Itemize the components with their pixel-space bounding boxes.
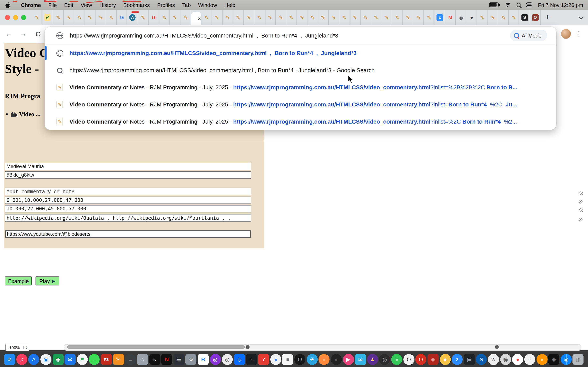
zoom-window-button[interactable] xyxy=(21,15,26,20)
back-button[interactable]: ← xyxy=(2,28,15,40)
spotlight-icon[interactable] xyxy=(517,3,521,7)
dock-app-icon[interactable]: 7 xyxy=(258,354,269,365)
wifi-icon[interactable] xyxy=(504,2,511,7)
browser-tab[interactable]: ◉ xyxy=(456,10,467,25)
menu-item-tab[interactable]: Tab xyxy=(179,2,195,8)
dock-app-icon[interactable]: ● xyxy=(319,354,330,365)
dock-app-icon[interactable]: ✉ xyxy=(355,354,366,365)
browser-tab[interactable]: z xyxy=(435,10,445,25)
dock-app-icon[interactable]: ✈ xyxy=(306,354,318,365)
dock-app-icon[interactable]: … xyxy=(89,354,100,365)
profile-avatar[interactable] xyxy=(561,29,571,39)
video-title-input[interactable] xyxy=(5,163,251,170)
browser-tab[interactable]: × xyxy=(191,12,201,25)
scrollbar-thumb[interactable] xyxy=(67,345,245,349)
play-button[interactable]: Play ▶ xyxy=(35,276,59,285)
start-times-input[interactable] xyxy=(5,197,251,204)
example-button[interactable]: Example xyxy=(5,276,32,285)
channel-url-input[interactable] xyxy=(5,230,251,238)
browser-tab[interactable]: ✎ xyxy=(181,10,191,25)
reload-button[interactable] xyxy=(32,28,44,40)
dock-app-icon[interactable]: ◎ xyxy=(210,354,221,365)
dock-app-icon[interactable]: ◉ xyxy=(561,354,572,365)
suggestion-row-url[interactable]: https://www.rjmprogramming.com.au/HTMLCS… xyxy=(45,44,556,62)
suggestion-row-history-1[interactable]: Video Commentary or Notes - RJM Programm… xyxy=(45,79,556,96)
resize-grip-icon[interactable] xyxy=(579,200,583,203)
browser-tab[interactable]: ✎ xyxy=(159,10,170,25)
browser-tab[interactable]: ✎ xyxy=(414,10,424,25)
suggestion-row-history-2[interactable]: Video Commentary or Notes - RJM Programm… xyxy=(45,96,556,113)
browser-tab[interactable]: ✎ xyxy=(339,10,350,25)
browser-tab[interactable]: G xyxy=(149,10,159,25)
dock-app-icon[interactable]: Q xyxy=(294,354,305,365)
browser-tab[interactable]: G xyxy=(117,10,127,25)
browser-menu-icon[interactable]: ⋮ xyxy=(574,29,582,39)
browser-tab[interactable]: ✎ xyxy=(201,10,212,25)
dock-app-icon[interactable]: S xyxy=(476,354,487,365)
dock-app-icon[interactable]: B xyxy=(198,354,209,365)
browser-tab[interactable]: ✎ xyxy=(318,10,329,25)
dock-app-icon[interactable]: ▣ xyxy=(464,354,475,365)
browser-tab[interactable]: ✎ xyxy=(170,10,181,25)
tab-close-icon[interactable]: × xyxy=(198,16,201,21)
dock-app-icon[interactable]: ♫ xyxy=(16,354,27,365)
dock-app-icon[interactable]: = xyxy=(125,354,136,365)
dock-app-icon[interactable]: ◉ xyxy=(500,354,511,365)
dock-app-icon[interactable]: ◎ xyxy=(379,354,390,365)
menu-item-bookmarks[interactable]: Bookmarks xyxy=(120,2,154,8)
browser-tab[interactable]: M xyxy=(445,10,456,25)
browser-tab[interactable]: ✎ xyxy=(233,10,243,25)
suggestion-row-history-3[interactable]: Video Commentary or Notes - RJM Programm… xyxy=(45,113,556,130)
zoom-control[interactable]: 100% ▲▼ xyxy=(5,344,29,351)
browser-tab[interactable]: ✎ xyxy=(64,10,74,25)
browser-tab[interactable]: ✎ xyxy=(74,10,85,25)
details-summary[interactable]: ▼ Video ... xyxy=(5,111,40,118)
browser-tab[interactable]: ✎ xyxy=(95,10,106,25)
dock-app-icon[interactable]: ▥ xyxy=(573,354,584,365)
resize-grip-icon[interactable] xyxy=(579,208,583,212)
dock-app-icon[interactable]: ✂ xyxy=(113,354,124,365)
dock-app-icon[interactable]: ◆ xyxy=(548,354,559,365)
browser-tab[interactable]: ✎ xyxy=(360,10,371,25)
dock-app-icon[interactable]: O xyxy=(415,354,426,365)
dock-app-icon[interactable]: ◆ xyxy=(428,354,439,365)
dock-app-icon[interactable]: N xyxy=(161,354,172,365)
end-times-input[interactable] xyxy=(5,205,251,212)
forward-button[interactable]: → xyxy=(17,28,29,40)
dock-app-icon[interactable]: >_ xyxy=(246,354,257,365)
zoom-stepper[interactable]: ▲▼ xyxy=(23,346,29,349)
dock-app-icon[interactable]: ● xyxy=(512,354,523,365)
dock-app-icon[interactable]: ≡ xyxy=(282,354,293,365)
browser-tab[interactable]: ✎ xyxy=(381,10,392,25)
dock-app-icon[interactable]: ◉ xyxy=(40,354,52,365)
browser-tab[interactable]: ✎ xyxy=(488,10,498,25)
browser-tab[interactable]: ✎ xyxy=(32,10,43,25)
dock-app-icon[interactable]: ● xyxy=(536,354,547,365)
dock-app-icon[interactable]: w xyxy=(488,354,499,365)
url-input[interactable]: https://www.rjmprogramming.com.au/HTMLCS… xyxy=(70,32,556,39)
browser-tab[interactable]: ✎ xyxy=(350,10,360,25)
menu-item-edit[interactable]: Edit xyxy=(61,2,77,8)
browser-tab[interactable]: ✎ xyxy=(243,10,254,25)
disclosure-triangle-icon[interactable]: ▼ xyxy=(5,112,9,117)
browser-tab[interactable]: O xyxy=(530,10,541,25)
browser-tab[interactable]: ✎ xyxy=(424,10,435,25)
browser-tab[interactable]: ✎ xyxy=(307,10,318,25)
browser-tab[interactable]: ✎ xyxy=(212,10,222,25)
browser-tab[interactable]: ✎ xyxy=(371,10,381,25)
minimize-window-button[interactable] xyxy=(13,15,18,20)
browser-tab[interactable]: ● xyxy=(467,10,477,25)
menu-bar-clock[interactable]: Fri 7 Nov 12:26 pm xyxy=(538,2,583,8)
browser-tab[interactable]: ✎ xyxy=(85,10,95,25)
browser-tab[interactable]: ✎ xyxy=(254,10,265,25)
close-window-button[interactable] xyxy=(5,15,10,20)
video-id-input[interactable] xyxy=(5,171,251,179)
browser-tab[interactable]: ✎ xyxy=(392,10,403,25)
browser-tab[interactable]: ✎ xyxy=(53,10,64,25)
browser-tab[interactable]: ✎ xyxy=(498,10,509,25)
menu-item-help[interactable]: Help xyxy=(221,2,239,8)
browser-tab[interactable]: ✎ xyxy=(106,10,117,25)
browser-tab[interactable]: ✎ xyxy=(265,10,276,25)
dock-app-icon[interactable]: ✉ xyxy=(65,354,76,365)
dock-app-icon[interactable]: z xyxy=(452,354,463,365)
